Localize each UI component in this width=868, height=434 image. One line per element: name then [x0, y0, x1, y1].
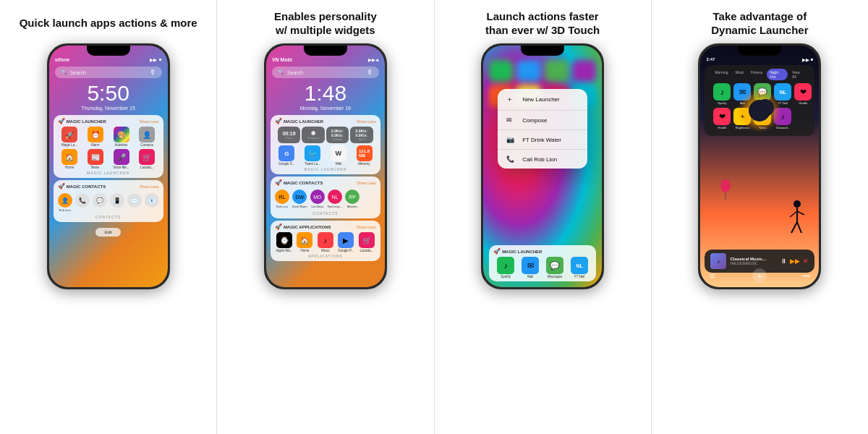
- list-item[interactable]: ♪ Spotify: [497, 257, 514, 278]
- list-item[interactable]: 🏠 Home: [295, 232, 314, 252]
- add-button[interactable]: ＋: [752, 268, 767, 283]
- list-item[interactable]: ♪ Spotify: [713, 83, 731, 105]
- app-label: Messages: [548, 275, 563, 278]
- blurred-app: [516, 60, 540, 82]
- contacts2-header: 🚀 MAGIC CONTACTS Show Less: [275, 179, 376, 186]
- app-icon-img: 📰: [88, 149, 103, 165]
- clock-time-1: 5:50: [49, 81, 168, 106]
- list-item[interactable]: 💬 Messages: [546, 257, 563, 278]
- list-item[interactable]: ❤ Health: [794, 83, 812, 105]
- list-item[interactable]: NL Neil Leap...: [328, 190, 342, 208]
- show-less-2a[interactable]: Show Less: [357, 119, 376, 124]
- list-item[interactable]: ⌚ Apple Wa...: [275, 232, 294, 252]
- menu-item-new-launcher[interactable]: ＋ New Launcher: [498, 89, 587, 111]
- applications-widget: 🚀 MAGIC APPLICATIONS Show Less ⌚ Apple W…: [271, 221, 380, 261]
- app-icon-google: G: [278, 145, 294, 161]
- list-item[interactable]: 👤 Contacts: [135, 127, 159, 147]
- list-item[interactable]: 📱: [110, 193, 124, 212]
- list-item[interactable]: 🛒 Lazada...: [135, 149, 159, 169]
- list-item[interactable]: 💬: [93, 193, 107, 212]
- spotify-icon: ♪: [497, 257, 514, 274]
- list-item: 0.0K/s↑0.0K/s↓ Cellular: [326, 127, 349, 143]
- edit-button[interactable]: Edit: [95, 228, 120, 237]
- eclipse-svg: [731, 82, 788, 140]
- menu-label: New Launcher: [522, 96, 560, 103]
- svg-point-2: [757, 99, 774, 116]
- list-item[interactable]: ✉ Mail: [522, 257, 539, 278]
- dock-apps-row: ♪ Spotify ✉ Mail 💬 Messages: [493, 257, 592, 278]
- tab-morning[interactable]: Morning: [712, 69, 731, 80]
- bottom-dock: 🚀 MAGIC LAUNCHER ♪ Spotify ✉ Mail: [489, 245, 596, 281]
- list-item[interactable]: 🐦 Tweet La...: [301, 145, 325, 166]
- list-item[interactable]: 🚀 Magic La...: [58, 127, 82, 147]
- section4-title: Take advantage ofDynamic Launcher: [711, 9, 808, 38]
- menu-item-ft-drink[interactable]: 📷 FT Drink Water: [498, 130, 587, 150]
- list-item[interactable]: 🎨 Activities: [109, 127, 133, 147]
- phone1-screen: sifone ▶▶■ 🔍 Search 🎙 5:50 Thursday, Nov…: [49, 46, 168, 287]
- list-item[interactable]: 👤 Rob Lion: [58, 193, 72, 212]
- list-item[interactable]: 📰 News: [83, 149, 107, 169]
- list-item[interactable]: 📞: [75, 193, 90, 212]
- list-item[interactable]: W Wiki: [326, 145, 350, 166]
- show-less-2[interactable]: Show Less: [140, 184, 159, 189]
- contacts-row-2: RL Rob Lion DW Drink Water MO Leo Bass: [275, 188, 376, 210]
- contacts-label: CONTACTS: [58, 215, 159, 219]
- show-less-contacts2[interactable]: Show Less: [357, 181, 376, 185]
- tab-work[interactable]: Work: [732, 69, 746, 80]
- status-icons-2: ▶▶ ■: [368, 57, 379, 62]
- music-controls: ⏸ ▶▶ ✕: [780, 258, 809, 265]
- list-item[interactable]: RP Matthes: [345, 190, 359, 208]
- list-item[interactable]: ♪ Music: [316, 232, 335, 252]
- wifi-icon: ▶▶: [802, 57, 809, 62]
- phone3-screen: ＋ New Launcher ✉ Compose 📷 FT Drink Wate…: [483, 46, 602, 287]
- phone4-bg: 2:47 ▶▶ ■ Morning Work Fitness: [700, 46, 819, 287]
- list-item[interactable]: 🎤 Voice Me...: [109, 149, 133, 169]
- list-item[interactable]: ✉️: [127, 193, 142, 212]
- list-item[interactable]: ▶ Google P...: [336, 232, 355, 252]
- list-item[interactable]: 🏠 Home: [58, 149, 82, 169]
- search-bar-2[interactable]: 🔍 Search 🎙: [272, 67, 379, 78]
- svg-line-8: [797, 222, 801, 233]
- section-2: Enables personalityw/ multiple widgets V…: [217, 0, 434, 434]
- tab-fitness[interactable]: Fitness: [748, 69, 765, 80]
- bottom-bar: ⚙ ＋ •••: [700, 265, 819, 287]
- menu-label: Compose: [522, 117, 547, 124]
- list-item[interactable]: G Google S...: [275, 145, 299, 166]
- list-item[interactable]: RL Rob Lion: [275, 190, 289, 208]
- tab-night-out[interactable]: Night Out: [767, 69, 788, 80]
- search-bar-1[interactable]: 🔍 Search 🎙: [55, 67, 162, 78]
- list-item[interactable]: ⏰ Alarm: [83, 127, 107, 147]
- edit-btn-container: Edit: [49, 225, 168, 239]
- section-1: Quick launch apps actions & more sifone …: [0, 0, 217, 434]
- menu-item-call[interactable]: 📞 Call Rob Lion: [498, 150, 587, 169]
- show-less-1[interactable]: Show Less: [140, 119, 159, 124]
- svg-point-3: [793, 200, 801, 208]
- tab-view-all[interactable]: View All: [789, 69, 807, 80]
- magic-launcher-label: MAGIC LAUNCHER: [58, 171, 159, 175]
- list-item[interactable]: 🛒 Lazada...: [357, 232, 375, 252]
- list-item[interactable]: 121.8MB Memory: [352, 145, 376, 166]
- contacts-widget-2: 🚀 MAGIC CONTACTS Show Less RL Rob Lion: [271, 176, 380, 218]
- search-icon: 🔍: [61, 69, 67, 75]
- widget2a-title: 🚀 MAGIC LAUNCHER: [275, 118, 323, 124]
- clock-date-1: Thursday, November 15: [49, 106, 168, 111]
- lazada-icon: 🛒: [359, 232, 375, 248]
- launcher-icon: 🚀: [58, 118, 65, 124]
- apple-watch-icon: ⌚: [276, 232, 292, 248]
- next-button[interactable]: ▶▶: [790, 258, 800, 265]
- pause-button[interactable]: ⏸: [780, 258, 787, 265]
- list-item[interactable]: 📧: [145, 193, 159, 212]
- show-less-apps3[interactable]: Show Less: [357, 225, 376, 229]
- phone4-screen: 2:47 ▶▶ ■ Morning Work Fitness: [700, 46, 819, 287]
- settings-icon[interactable]: ⚙: [709, 272, 715, 280]
- more-icon[interactable]: •••: [803, 272, 811, 280]
- menu-item-compose[interactable]: ✉ Compose: [498, 111, 587, 130]
- list-item[interactable]: MO Leo Bass: [310, 190, 325, 208]
- list-item[interactable]: NL FT Neil: [571, 257, 588, 278]
- section-4: Take advantage ofDynamic Launcher: [652, 0, 868, 434]
- widget1-header: 🚀 MAGIC LAUNCHER Show Less: [58, 118, 159, 124]
- list-item[interactable]: DW Drink Water: [292, 190, 307, 208]
- list-item[interactable]: ❤ Health: [713, 108, 731, 129]
- close-button[interactable]: ✕: [803, 258, 809, 265]
- app-icon-img: 🛒: [139, 149, 155, 165]
